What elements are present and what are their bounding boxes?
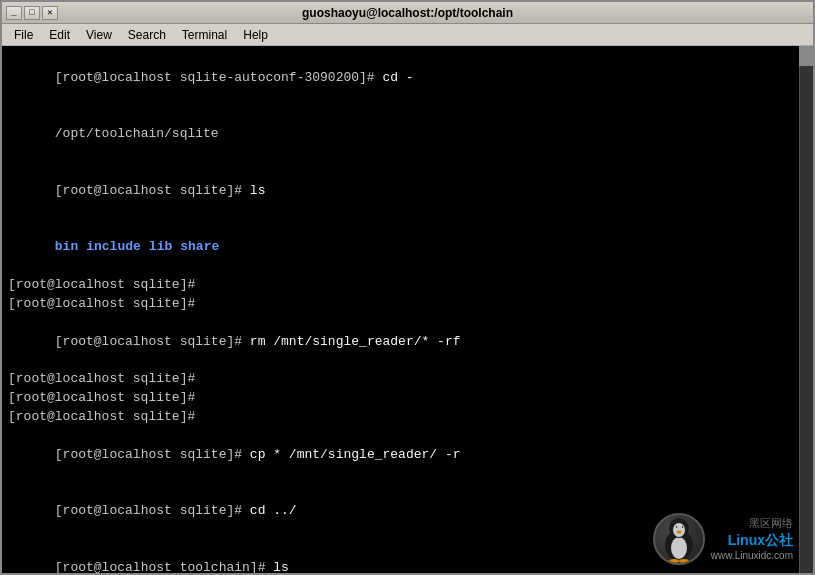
title-bar: _ □ ✕ guoshaoyu@localhost:/opt/toolchain (2, 2, 813, 24)
terminal-window: _ □ ✕ guoshaoyu@localhost:/opt/toolchain… (0, 0, 815, 575)
watermark-text: 黑区网络 Linux公社 www.Linuxidc.com (711, 516, 793, 561)
menu-search[interactable]: Search (120, 26, 174, 44)
line-10: [root@localhost sqlite]# (8, 408, 807, 427)
menu-edit[interactable]: Edit (41, 26, 78, 44)
menu-view[interactable]: View (78, 26, 120, 44)
close-button[interactable]: ✕ (42, 6, 58, 20)
menu-file[interactable]: File (6, 26, 41, 44)
window-title: guoshaoyu@localhost:/opt/toolchain (66, 6, 749, 20)
svg-point-8 (676, 531, 681, 534)
line-11: [root@localhost sqlite]# cp * /mnt/singl… (8, 427, 807, 484)
line-8: [root@localhost sqlite]# (8, 370, 807, 389)
scrollbar-thumb[interactable] (799, 46, 813, 66)
svg-point-7 (681, 526, 683, 528)
svg-point-1 (671, 537, 687, 559)
menu-help[interactable]: Help (235, 26, 276, 44)
svg-point-3 (673, 523, 685, 537)
line-6: [root@localhost sqlite]# (8, 295, 807, 314)
terminal-content[interactable]: [root@localhost sqlite-autoconf-3090200]… (2, 46, 813, 573)
svg-point-9 (669, 559, 679, 563)
line-9: [root@localhost sqlite]# (8, 389, 807, 408)
line-7: [root@localhost sqlite]# rm /mnt/single_… (8, 314, 807, 371)
svg-point-6 (675, 526, 677, 528)
tux-icon (653, 513, 705, 565)
minimize-button[interactable]: _ (6, 6, 22, 20)
scrollbar[interactable] (799, 46, 813, 573)
svg-point-10 (679, 559, 689, 563)
line-3: [root@localhost sqlite]# ls (8, 163, 807, 220)
menu-bar: File Edit View Search Terminal Help (2, 24, 813, 46)
line-5: [root@localhost sqlite]# (8, 276, 807, 295)
line-1: [root@localhost sqlite-autoconf-3090200]… (8, 50, 807, 107)
line-4-ls: binincludelibshare (8, 220, 807, 277)
menu-terminal[interactable]: Terminal (174, 26, 235, 44)
watermark: 黑区网络 Linux公社 www.Linuxidc.com (653, 513, 793, 565)
line-2: /opt/toolchain/sqlite (8, 107, 807, 164)
maximize-button[interactable]: □ (24, 6, 40, 20)
